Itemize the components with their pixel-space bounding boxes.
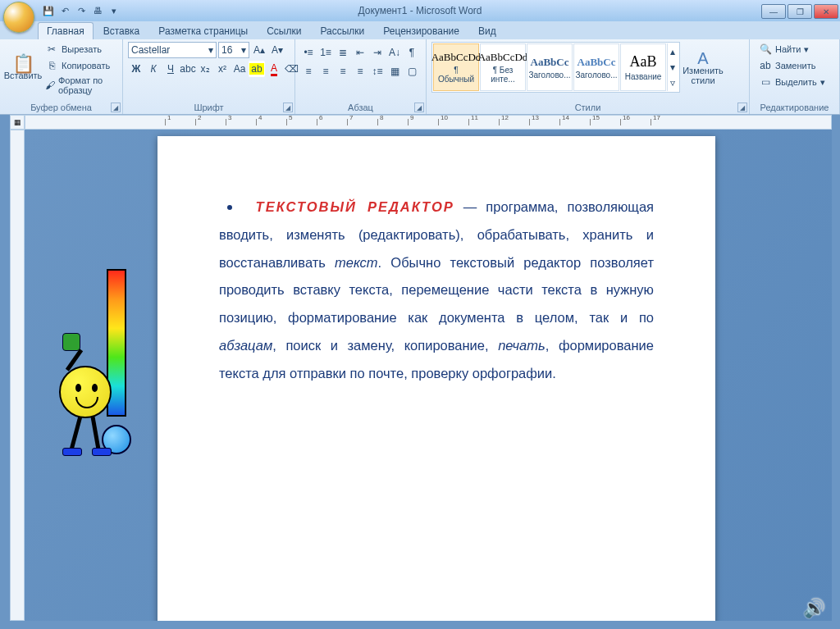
close-button[interactable]: ✕ <box>814 4 838 19</box>
style-title[interactable]: AaBНазвание <box>620 43 666 91</box>
style-normal[interactable]: AaBbCcDd¶ Обычный <box>433 43 479 91</box>
ruler-corner[interactable]: ▦ <box>10 115 25 130</box>
quick-print-icon[interactable]: 🖶 <box>90 3 105 18</box>
page-viewport[interactable]: ТЕКСТОВЫЙ РЕДАКТОР — программа, позволяю… <box>25 130 832 621</box>
multilevel-button[interactable]: ≣ <box>335 44 351 61</box>
maximize-button[interactable]: ❐ <box>788 4 812 19</box>
change-styles-icon: A <box>696 52 710 66</box>
vertical-ruler[interactable] <box>10 130 25 621</box>
cut-button[interactable]: ✂Вырезать <box>43 42 117 57</box>
strike-button[interactable]: abc <box>180 61 196 77</box>
doc-italic1: текст <box>335 255 378 270</box>
line-spacing-button[interactable]: ↕≡ <box>369 63 386 80</box>
bold-button[interactable]: Ж <box>128 61 144 77</box>
group-font-label: Шрифт <box>128 101 290 114</box>
doc-heading: ТЕКСТОВЫЙ РЕДАКТОР <box>256 199 454 214</box>
copy-button[interactable]: ⎘Копировать <box>43 58 117 73</box>
select-icon: ▭ <box>759 75 772 89</box>
bullets-button[interactable]: •≡ <box>300 44 317 61</box>
find-icon: 🔍 <box>759 43 772 56</box>
align-center-button[interactable]: ≡ <box>317 63 334 80</box>
brush-icon: 🖌 <box>45 79 55 92</box>
clipboard-launcher-icon[interactable]: ◢ <box>111 103 121 112</box>
tab-review[interactable]: Рецензирование <box>374 22 468 39</box>
scissors-icon: ✂ <box>45 43 58 56</box>
undo-icon[interactable]: ↶ <box>57 3 72 18</box>
styles-launcher-icon[interactable]: ◢ <box>737 103 747 112</box>
styles-gallery[interactable]: AaBbCcDd¶ Обычный AaBbCcDd¶ Без инте... … <box>431 42 680 93</box>
paragraph-launcher-icon[interactable]: ◢ <box>414 103 424 112</box>
align-right-button[interactable]: ≡ <box>335 63 351 80</box>
style-heading2[interactable]: AaBbCcЗаголово... <box>573 43 619 91</box>
horizontal-ruler[interactable]: 1 2 3 4 5 6 7 8 9 10 11 12 13 14 15 16 1… <box>25 115 832 130</box>
save-icon[interactable]: 💾 <box>41 3 56 18</box>
font-color-button[interactable]: A <box>266 61 282 77</box>
window-title: Документ1 - Microsoft Word <box>0 5 840 16</box>
group-paragraph: •≡ 1≡ ≣ ⇤ ⇥ A↓ ¶ ≡ ≡ ≡ ≡ ↕≡ ▦ ▢ Абзац ◢ <box>295 39 427 114</box>
grow-font-icon[interactable]: A▴ <box>251 42 267 58</box>
increase-indent-button[interactable]: ⇥ <box>369 44 386 61</box>
style-heading1[interactable]: AaBbCcЗаголово... <box>527 43 573 91</box>
align-left-button[interactable]: ≡ <box>300 63 317 80</box>
subscript-button[interactable]: x₂ <box>197 61 213 77</box>
tab-references[interactable]: Ссылки <box>258 22 310 39</box>
qat-dropdown-icon[interactable]: ▾ <box>107 3 121 18</box>
tab-mailings[interactable]: Рассылки <box>311 22 373 39</box>
paste-button[interactable]: 📋 Вставить <box>5 42 41 96</box>
assistant-foot <box>92 448 112 456</box>
speaker-icon[interactable]: 🔊 <box>803 598 825 619</box>
doc-italic2: абзацам <box>219 338 272 353</box>
doc-body3: , поиск и замену, копирование, <box>272 338 498 353</box>
office-button[interactable] <box>3 2 34 33</box>
sort-button[interactable]: A↓ <box>386 44 403 61</box>
document-paragraph[interactable]: ТЕКСТОВЫЙ РЕДАКТОР — программа, позволяю… <box>219 194 654 388</box>
font-size-combo[interactable]: 16▾ <box>218 42 249 58</box>
show-marks-button[interactable]: ¶ <box>404 44 420 61</box>
shrink-font-icon[interactable]: A▾ <box>269 42 285 58</box>
numbering-button[interactable]: 1≡ <box>317 44 334 61</box>
document-page[interactable]: ТЕКСТОВЫЙ РЕДАКТОР — программа, позволяю… <box>158 136 715 621</box>
tab-insert[interactable]: Вставка <box>94 22 149 39</box>
justify-button[interactable]: ≡ <box>352 63 368 80</box>
find-button[interactable]: 🔍Найти▾ <box>756 42 828 57</box>
redo-icon[interactable]: ↷ <box>74 3 89 18</box>
highlight-button[interactable]: ab <box>249 61 265 77</box>
tab-page-layout[interactable]: Разметка страницы <box>149 22 257 39</box>
assistant-leg <box>70 417 82 449</box>
minimize-button[interactable]: — <box>761 4 786 19</box>
underline-button[interactable]: Ч <box>162 61 179 77</box>
smiley-face-icon <box>59 366 112 418</box>
italic-button[interactable]: К <box>145 61 162 77</box>
superscript-button[interactable]: x² <box>214 61 231 77</box>
gallery-more-icon[interactable]: ▿ <box>668 75 678 90</box>
borders-button[interactable]: ▢ <box>404 63 420 80</box>
office-assistant[interactable] <box>49 269 164 482</box>
group-styles: AaBbCcDd¶ Обычный AaBbCcDd¶ Без инте... … <box>427 39 750 114</box>
title-bar: 💾 ↶ ↷ 🖶 ▾ Документ1 - Microsoft Word — ❐… <box>0 0 840 21</box>
decrease-indent-button[interactable]: ⇤ <box>352 44 368 61</box>
bullet-icon <box>227 205 232 210</box>
assistant-foot <box>62 448 82 456</box>
font-launcher-icon[interactable]: ◢ <box>283 103 293 112</box>
group-editing: 🔍Найти▾ abЗаменить ▭Выделить▾ Редактиров… <box>750 39 840 114</box>
copy-icon: ⎘ <box>45 59 58 72</box>
format-painter-button[interactable]: 🖌Формат по образцу <box>43 75 117 96</box>
change-case-button[interactable]: Aa <box>231 61 248 77</box>
group-styles-label: Стили <box>431 101 744 114</box>
replace-button[interactable]: abЗаменить <box>756 58 828 73</box>
font-name-combo[interactable]: Castellar▾ <box>128 42 217 58</box>
tab-view[interactable]: Вид <box>469 22 505 39</box>
select-button[interactable]: ▭Выделить▾ <box>756 75 828 89</box>
ribbon-tabs: Главная Вставка Разметка страницы Ссылки… <box>0 21 840 39</box>
assistant-hand <box>62 333 80 351</box>
group-clipboard-label: Буфер обмена <box>5 101 117 114</box>
assistant-leg <box>91 417 101 449</box>
style-no-spacing[interactable]: AaBbCcDd¶ Без инте... <box>480 43 526 91</box>
gallery-down-icon[interactable]: ▾ <box>668 60 678 75</box>
group-editing-label: Редактирование <box>755 101 834 114</box>
shading-button[interactable]: ▦ <box>386 63 403 80</box>
paste-icon: 📋 <box>16 57 30 71</box>
change-styles-button[interactable]: A Изменить стили <box>680 42 726 96</box>
tab-home[interactable]: Главная <box>38 22 94 39</box>
gallery-up-icon[interactable]: ▴ <box>668 44 678 59</box>
